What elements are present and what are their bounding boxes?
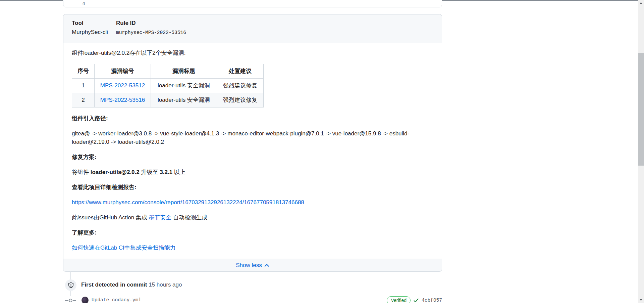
git-commit-icon [65,298,76,303]
cell-advice: 强烈建议修复 [217,93,264,107]
fix-component: loader-utils@2.0.2 [91,169,140,175]
cell-index: 1 [72,79,95,93]
dependency-path: gitea@ -> worker-loader@3.0.8 -> vue-sty… [72,129,427,146]
report-url-link[interactable]: https://www.murphysec.com/console/report… [72,199,304,206]
commit-message-link[interactable]: Update codacy.yml [92,297,141,303]
rule-id-value: murphysec-MPS-2022-53516 [116,29,186,36]
report-heading: 查看此项目详细检测报告: [72,183,433,191]
check-icon [414,298,419,303]
scan-result-header: Tool MurphySec-cli Rule ID murphysec-MPS… [63,14,442,43]
scrollbar-down-icon[interactable] [640,299,642,301]
timeline-badge [65,279,76,291]
code-line-number: 4 [82,1,85,7]
generated-by-row: 此issues由GitHub Action 集成 墨菲安全 自动检测生成 [72,213,433,222]
tool-value: MurphySec-cli [72,29,116,36]
fix-middle: 升级至 [140,169,160,175]
scrollbar-thumb[interactable] [638,53,644,166]
previous-comment-code-block: 4 [63,0,442,7]
timeline-connector [70,271,71,279]
report-link-row: https://www.murphysec.com/console/report… [72,198,433,207]
chevron-up-icon [264,264,269,267]
verified-badge[interactable]: Verified [387,296,411,303]
vuln-id-link[interactable]: MPS-2022-53512 [100,82,145,89]
vulnerability-intro: 组件loader-utils@2.0.2存在以下2个安全漏洞: [72,49,433,57]
rule-id-label: Rule ID [116,19,186,27]
scrollbar-up-icon[interactable] [640,2,642,4]
fix-advice: 将组件 loader-utils@2.0.2 升级至 3.2.1 以上 [72,168,433,176]
table-row: 2 MPS-2022-53516 loader-utils 安全漏洞 强烈建议修… [72,93,264,107]
avatar[interactable] [82,297,89,303]
col-header-vuln-id: 漏洞编号 [95,64,151,79]
issue-comment-card: Tool MurphySec-cli Rule ID murphysec-MPS… [63,14,442,272]
shield-alert-icon [68,282,74,289]
cell-advice: 强烈建议修复 [217,79,264,93]
vuln-id-link[interactable]: MPS-2022-53516 [100,97,145,103]
murphysec-link[interactable]: 墨菲安全 [149,214,172,221]
comment-body: 组件loader-utils@2.0.2存在以下2个安全漏洞: 序号 漏洞编号 … [63,43,442,252]
fix-suffix: 以上 [172,169,185,175]
tool-label: Tool [72,19,116,27]
cell-index: 2 [72,93,95,107]
col-header-index: 序号 [72,64,95,79]
fix-heading: 修复方案: [72,153,433,161]
show-less-label: Show less [236,262,262,269]
col-header-advice: 处置建议 [217,64,264,79]
timeline-connector [70,291,71,296]
fix-version: 3.2.1 [160,169,172,175]
fix-prefix: 将组件 [72,169,91,175]
learn-more-link[interactable]: 如何快速在GitLab CI中集成安全扫描能力 [72,245,176,251]
show-less-button[interactable]: Show less [63,259,442,271]
cell-vuln-id: MPS-2022-53516 [95,93,151,107]
detected-label: First detected in commit [81,282,147,288]
cell-vuln-id: MPS-2022-53512 [95,79,151,93]
cell-title: loader-utils 安全漏洞 [151,79,217,93]
table-row: 1 MPS-2022-53512 loader-utils 安全漏洞 强烈建议修… [72,79,264,93]
col-header-title: 漏洞标题 [151,64,217,79]
commit-row: Update codacy.yml Verified 4ebf057 [63,296,442,303]
table-header-row: 序号 漏洞编号 漏洞标题 处置建议 [72,64,264,79]
detected-time: 15 hours ago [149,282,182,288]
path-heading: 组件引入路径: [72,114,433,123]
generated-prefix: 此issues由GitHub Action 集成 [72,214,149,221]
commit-sha-link[interactable]: 4ebf057 [422,298,442,303]
learn-more-row: 如何快速在GitLab CI中集成安全扫描能力 [72,244,433,252]
first-detected-row: First detected in commit 15 hours ago [81,282,182,288]
vulnerability-table: 序号 漏洞编号 漏洞标题 处置建议 1 MPS-2022-53512 loade… [72,64,264,107]
learn-more-heading: 了解更多: [72,228,433,237]
cell-title: loader-utils 安全漏洞 [151,93,217,107]
scrollbar[interactable] [638,0,644,303]
generated-suffix: 自动检测生成 [172,214,208,221]
